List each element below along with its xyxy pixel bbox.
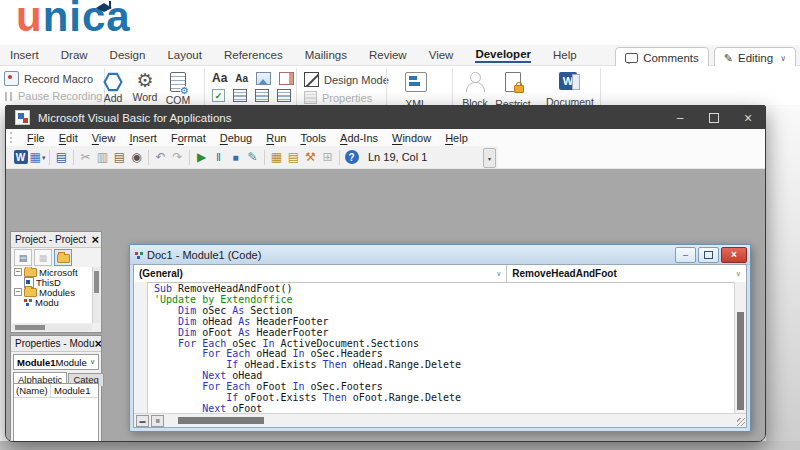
vba-standard-toolbar: W▦▾▤✂▥▤◉↶↷▶Ⅱ■✎▦▤⚒⊞?Ln 19, Col 1 ▾ xyxy=(6,146,498,168)
properties-object-selector[interactable]: Module1 Module ∨ xyxy=(13,354,99,370)
project-vscroll-thumb[interactable] xyxy=(94,271,99,293)
vba-menu-format[interactable]: Format xyxy=(164,132,213,144)
property-value-cell[interactable]: Module1 xyxy=(51,385,90,396)
menubar-grip[interactable] xyxy=(10,132,15,143)
code-minimize-button[interactable]: – xyxy=(675,247,696,263)
project-hscroll-thumb[interactable] xyxy=(15,325,45,330)
code-vscroll-thumb[interactable] xyxy=(737,312,744,410)
word-add-ins-button[interactable]: ⚙ Word xyxy=(130,71,160,103)
vba-menu-tools[interactable]: Tools xyxy=(293,132,333,144)
paste-icon[interactable]: ▤ xyxy=(111,149,128,166)
full-module-view-button[interactable]: ≣ xyxy=(151,415,164,427)
hexagon-icon xyxy=(103,72,123,92)
com-add-ins-button[interactable]: COM xyxy=(163,72,193,104)
record-macro-button[interactable]: Record Macro xyxy=(4,71,93,86)
pause-recording-label: Pause Recording xyxy=(18,90,102,102)
tab-references[interactable]: References xyxy=(224,49,283,61)
toolbar-separator xyxy=(339,150,340,165)
vba-titlebar[interactable]: Microsoft Visual Basic for Applications … xyxy=(6,106,765,129)
checkbox-control-icon[interactable]: ✓ xyxy=(212,89,225,102)
property-row[interactable]: (Name) Module1 xyxy=(14,384,98,398)
restrict-editing-button[interactable]: Restrict xyxy=(494,72,532,104)
tab-help[interactable]: Help xyxy=(553,49,577,61)
object-dropdown[interactable]: (General) ∨ xyxy=(134,265,507,282)
toolbox-icon[interactable]: ⚒ xyxy=(302,149,319,166)
project-horizontal-scrollbar[interactable] xyxy=(12,324,92,331)
vba-menu-view[interactable]: View xyxy=(85,132,123,144)
rich-text-control-icon[interactable]: Aa xyxy=(235,73,248,84)
design-mode-button[interactable]: Design Mode xyxy=(304,72,389,87)
view-code-button[interactable]: ▤ xyxy=(14,249,32,266)
procedure-dropdown[interactable]: RemoveHeadAndFoot ∨ xyxy=(507,265,746,282)
text-control-icon[interactable]: Aa xyxy=(212,71,227,85)
code-vertical-scrollbar[interactable] xyxy=(734,282,746,414)
vba-menu-insert[interactable]: Insert xyxy=(122,132,164,144)
code-restore-button[interactable] xyxy=(698,247,719,263)
tab-draw[interactable]: Draw xyxy=(61,49,88,61)
datepicker-control-icon[interactable] xyxy=(277,89,291,102)
find-icon[interactable]: ◉ xyxy=(128,149,145,166)
run-icon[interactable]: ▶ xyxy=(193,149,210,166)
comment-bubble-icon xyxy=(625,53,638,63)
code-close-button[interactable]: × xyxy=(721,247,747,263)
vba-menu-run[interactable]: Run xyxy=(259,132,293,144)
picture-control-icon[interactable] xyxy=(256,72,271,85)
tree-item-modu[interactable]: Modu xyxy=(12,297,92,307)
reset-icon[interactable]: ■ xyxy=(227,149,244,166)
vba-menu-window[interactable]: Window xyxy=(385,132,438,144)
code-text[interactable]: Sub RemoveHeadAndFoot()'Update by Extend… xyxy=(154,284,735,414)
logo-u: u xyxy=(16,0,43,40)
code-margin-indicator-bar[interactable] xyxy=(134,282,148,414)
word-background-bottom xyxy=(0,441,800,450)
view-word-icon[interactable]: W xyxy=(12,149,29,166)
tab-view[interactable]: View xyxy=(429,49,454,61)
object-dropdown-chevron-icon: ∨ xyxy=(496,270,501,278)
vba-menu-debug[interactable]: Debug xyxy=(213,132,259,144)
redo-icon[interactable]: ↷ xyxy=(169,149,186,166)
project-close-icon[interactable]: × xyxy=(91,234,99,246)
toggle-folders-button[interactable] xyxy=(54,249,72,266)
design-mode-icon[interactable]: ✎ xyxy=(244,149,261,166)
toolbar-overflow-button[interactable]: ▾ xyxy=(483,148,496,168)
tree-item-microsoft[interactable]: Microsoft xyxy=(12,267,92,277)
project-panel-header[interactable]: Project - Project × xyxy=(11,232,101,248)
tree-item-modules[interactable]: Modules xyxy=(12,287,92,297)
tab-developer[interactable]: Developer xyxy=(475,48,531,63)
vba-menu-file[interactable]: File xyxy=(20,132,52,144)
vba-menu-help[interactable]: Help xyxy=(438,132,475,144)
add-ins-button[interactable]: Add xyxy=(98,72,128,104)
insert-userform-icon[interactable]: ▦▾ xyxy=(29,149,46,166)
project-vertical-scrollbar[interactable] xyxy=(92,267,100,323)
code-editor[interactable]: Sub RemoveHeadAndFoot()'Update by Extend… xyxy=(134,282,735,414)
code-hscroll-thumb[interactable] xyxy=(178,417,264,424)
maximize-button[interactable] xyxy=(697,106,731,129)
tab-insert[interactable]: Insert xyxy=(10,49,39,61)
tab-design[interactable]: Design xyxy=(110,49,146,61)
collapse-icon[interactable] xyxy=(14,268,22,276)
tab-review[interactable]: Review xyxy=(369,49,407,61)
save-icon[interactable]: ▤ xyxy=(53,149,70,166)
list-control-icon[interactable] xyxy=(233,89,247,102)
document-template-button[interactable]: W Document xyxy=(546,72,590,102)
project-panel-title: Project - Project xyxy=(15,234,86,245)
close-button[interactable]: × xyxy=(731,106,765,129)
help-icon[interactable]: ? xyxy=(343,149,360,166)
vba-menu-edit[interactable]: Edit xyxy=(52,132,85,144)
collapse-icon[interactable] xyxy=(14,288,22,296)
properties-close-icon[interactable]: × xyxy=(94,338,101,350)
properties-window-icon[interactable]: ▤ xyxy=(285,149,302,166)
tab-mailings[interactable]: Mailings xyxy=(305,49,347,61)
code-resize-grip[interactable] xyxy=(737,418,745,426)
dropdown-control-icon[interactable] xyxy=(255,89,269,102)
break-icon[interactable]: Ⅱ xyxy=(210,149,227,166)
code-window-titlebar[interactable]: Doc1 - Module1 (Code) – × xyxy=(130,245,750,265)
minimize-button[interactable]: – xyxy=(663,106,697,129)
undo-icon[interactable]: ↶ xyxy=(152,149,169,166)
tree-item-thisd[interactable]: ThisD xyxy=(12,277,92,287)
project-explorer-icon[interactable]: ▦ xyxy=(268,149,285,166)
combo-control-icon[interactable] xyxy=(279,72,294,85)
properties-panel-header[interactable]: Properties - Modu × xyxy=(11,336,101,352)
tab-layout[interactable]: Layout xyxy=(167,49,202,61)
vba-menu-add-ins[interactable]: Add-Ins xyxy=(333,132,385,144)
procedure-view-button[interactable]: ▬ xyxy=(136,415,149,427)
